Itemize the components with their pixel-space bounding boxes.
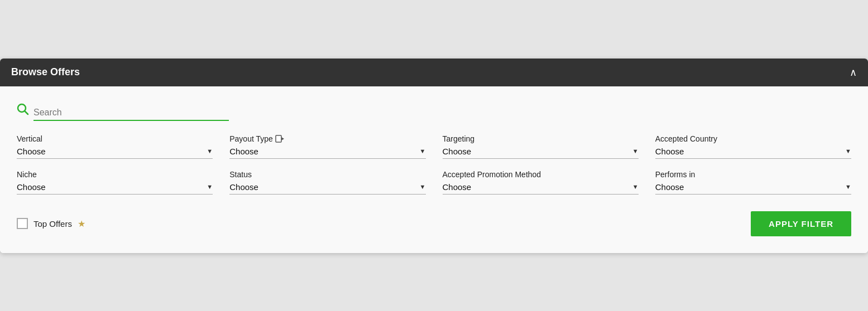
search-input-wrap (33, 108, 229, 121)
dropdown-arrow-status: ▼ (420, 183, 426, 190)
dropdown-arrow-performs-in: ▼ (845, 183, 851, 190)
filter-group-payout-type: Payout Type Choose ▼ (229, 134, 425, 159)
filter-label-payout-type: Payout Type (229, 134, 425, 143)
filter-select-vertical[interactable]: Choose ▼ (17, 147, 213, 159)
filter-label-niche: Niche (17, 170, 213, 179)
apply-filter-button[interactable]: APPLY FILTER (751, 211, 851, 236)
bottom-row: Top Offers ★ APPLY FILTER (17, 211, 851, 236)
payout-type-icon (275, 135, 285, 143)
dropdown-arrow-targeting: ▼ (632, 148, 639, 154)
dropdown-arrow-payout-type: ▼ (420, 148, 426, 154)
dropdown-arrow-vertical: ▼ (207, 148, 213, 154)
dropdown-arrow-accepted-country: ▼ (845, 148, 851, 154)
svg-rect-2 (276, 135, 281, 142)
top-offers-checkbox[interactable] (17, 218, 28, 229)
panel-header: Browse Offers ∧ (0, 59, 868, 86)
filter-select-accepted-country[interactable]: Choose ▼ (655, 147, 851, 159)
star-icon: ★ (78, 218, 85, 229)
top-offers-label: Top Offers (33, 219, 72, 229)
filter-group-accepted-promotion-method: Accepted Promotion Method Choose ▼ (443, 170, 639, 195)
filter-select-performs-in[interactable]: Choose ▼ (655, 182, 851, 195)
panel-body: Vertical Choose ▼ Payout Type (0, 86, 868, 253)
filters-grid: Vertical Choose ▼ Payout Type (17, 134, 851, 206)
filter-group-accepted-country: Accepted Country Choose ▼ (655, 134, 851, 159)
filter-select-status[interactable]: Choose ▼ (229, 182, 425, 195)
filter-select-accepted-promotion-method[interactable]: Choose ▼ (443, 182, 639, 195)
filter-label-accepted-promotion-method: Accepted Promotion Method (443, 170, 639, 179)
filter-label-accepted-country: Accepted Country (655, 134, 851, 143)
filter-label-targeting: Targeting (443, 134, 639, 143)
filter-label-performs-in: Performs in (655, 170, 851, 179)
search-input[interactable] (33, 108, 229, 120)
filter-label-vertical: Vertical (17, 134, 213, 143)
filter-label-status: Status (229, 170, 425, 179)
dropdown-arrow-niche: ▼ (207, 183, 213, 190)
browse-offers-panel: Browse Offers ∧ Vertical Choose (0, 59, 868, 253)
top-offers-wrap: Top Offers ★ (17, 218, 85, 229)
svg-marker-3 (281, 137, 284, 140)
search-row (17, 103, 229, 121)
filter-group-targeting: Targeting Choose ▼ (443, 134, 639, 159)
dropdown-arrow-accepted-promotion-method: ▼ (632, 183, 639, 190)
filter-group-status: Status Choose ▼ (229, 170, 425, 195)
filter-group-niche: Niche Choose ▼ (17, 170, 213, 195)
collapse-icon[interactable]: ∧ (850, 66, 857, 79)
filter-select-payout-type[interactable]: Choose ▼ (229, 147, 425, 159)
filter-group-vertical: Vertical Choose ▼ (17, 134, 213, 159)
filter-group-performs-in: Performs in Choose ▼ (655, 170, 851, 195)
search-icon (17, 103, 29, 121)
svg-line-1 (25, 111, 28, 114)
filter-select-targeting[interactable]: Choose ▼ (443, 147, 639, 159)
filter-select-niche[interactable]: Choose ▼ (17, 182, 213, 195)
panel-title: Browse Offers (11, 66, 80, 78)
